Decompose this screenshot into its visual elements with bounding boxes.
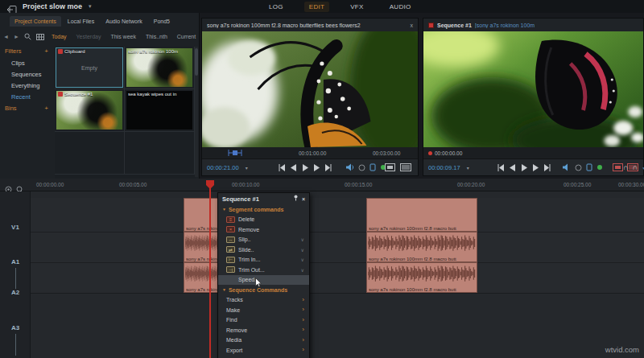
clip-sync-icon[interactable] bbox=[369, 163, 376, 171]
sequence-marks-bar[interactable]: 00:00:00.00 bbox=[423, 147, 643, 158]
menu-item-delete[interactable]: ≡ Delete bbox=[218, 215, 309, 225]
forward-icon[interactable]: ► bbox=[14, 34, 19, 39]
view-grid-icon[interactable] bbox=[36, 29, 44, 43]
go-start-icon[interactable] bbox=[497, 164, 505, 171]
segment-commands-header[interactable]: ▼ Segment commands bbox=[218, 204, 309, 215]
menu-item-label: Remove bbox=[226, 327, 247, 333]
tab-audio[interactable]: AUDIO bbox=[385, 2, 416, 12]
sidebar-item-everything[interactable]: Everything bbox=[0, 80, 53, 91]
menu-item-remove-seq[interactable]: Remove› bbox=[218, 325, 309, 335]
filter-this-week[interactable]: This week bbox=[108, 33, 138, 40]
tile-sea-kayak[interactable]: sea kayak wipes out in bbox=[126, 91, 192, 130]
tab-project-contents[interactable]: Project Contents bbox=[10, 16, 61, 27]
sidebar-item-clips[interactable]: Clips bbox=[0, 57, 53, 68]
track-label-a3[interactable]: A3 bbox=[0, 324, 31, 331]
tile-sony-clip[interactable]: sony a7s rokinon 100m bbox=[126, 48, 192, 87]
go-end-icon[interactable] bbox=[543, 164, 551, 171]
menu-item-remove[interactable]: × Remove bbox=[218, 224, 309, 235]
clip-label: sony a7s rokinon 100mm f2.8 macro butt bbox=[369, 257, 476, 261]
audio-clip[interactable]: sony a7s rokinon 100mm f2.8 macro butt bbox=[184, 262, 219, 293]
clip-marker-icon bbox=[58, 92, 63, 97]
source-marks-bar[interactable]: 00:01:00.00 00:03:00.00 bbox=[202, 147, 418, 158]
source-timecode[interactable]: 00:00:21.00 bbox=[207, 164, 239, 171]
filter-this-month[interactable]: This..nth bbox=[143, 33, 170, 40]
timecode-caret-icon[interactable]: ▾ bbox=[467, 165, 469, 171]
sequence-commands-header[interactable]: ▼ Sequence Commands bbox=[218, 285, 309, 295]
project-menu-caret[interactable]: ▾ bbox=[89, 3, 92, 10]
menu-item-find[interactable]: Find› bbox=[218, 315, 309, 326]
waveform bbox=[185, 265, 217, 282]
waveform bbox=[368, 234, 476, 252]
video-clip[interactable]: sony a7s rokinon 100mm f2.8 macro butt bbox=[366, 198, 477, 232]
back-icon[interactable]: ◄ bbox=[3, 34, 9, 39]
speaker-icon[interactable] bbox=[345, 163, 354, 171]
sidebar-item-recent[interactable]: Recent bbox=[0, 91, 53, 102]
source-title-bar: sony a7s rokinon 100mm f2.8 macro butter… bbox=[202, 19, 418, 31]
timeline-commands-header[interactable]: ▼ Timeline Commands bbox=[218, 356, 309, 358]
filter-today[interactable]: Today bbox=[49, 33, 69, 40]
add-bin-button[interactable]: + bbox=[44, 105, 48, 112]
record-monitor-icon[interactable] bbox=[613, 163, 623, 171]
go-start-icon[interactable] bbox=[279, 164, 286, 171]
menu-item-speed[interactable]: Speed... bbox=[218, 275, 309, 286]
menu-item-media[interactable]: Media› bbox=[218, 335, 309, 346]
filter-current[interactable]: Current bbox=[175, 33, 198, 40]
headphone-right-icon[interactable]: ∩ bbox=[633, 163, 638, 171]
sequence-video-area[interactable] bbox=[423, 31, 643, 147]
menu-item-slip[interactable]: ↔ Slip.. ∨ bbox=[218, 235, 309, 245]
track-label-v1[interactable]: V1 bbox=[0, 224, 31, 231]
step-back-icon[interactable] bbox=[291, 164, 297, 171]
add-filter-button[interactable]: + bbox=[44, 47, 48, 55]
tab-local-files[interactable]: Local Files bbox=[63, 16, 99, 27]
loop-icon[interactable] bbox=[575, 164, 582, 171]
close-menu-icon[interactable]: × bbox=[302, 196, 305, 202]
video-clip[interactable]: sony a7s rokinon 100mm f2.8 macro butt bbox=[184, 198, 219, 232]
tab-pond5[interactable]: Pond5 bbox=[149, 16, 175, 27]
timeline-ruler[interactable]: 00:00:00.00 00:00:05.00 00:00:10.00 00:0… bbox=[0, 179, 644, 191]
scrollbar-thumb[interactable] bbox=[195, 48, 198, 76]
menu-item-trim-in[interactable]: ⊢ Trim In... ∨ bbox=[218, 255, 309, 265]
headphone-left-icon[interactable]: ∩ bbox=[623, 163, 628, 171]
close-source-icon[interactable]: x bbox=[411, 23, 414, 28]
speaker-icon[interactable] bbox=[562, 163, 571, 171]
pin-icon[interactable] bbox=[293, 195, 299, 203]
playhead-line[interactable] bbox=[209, 180, 211, 358]
tile-sequence-1[interactable]: Sequence #1 bbox=[56, 91, 122, 130]
fullscreen-icon[interactable] bbox=[385, 163, 395, 171]
source-video-area[interactable] bbox=[202, 31, 418, 147]
menu-item-tracks[interactable]: Tracks› bbox=[218, 295, 309, 306]
menu-item-slide[interactable]: ⇄ Slide.. ∨ bbox=[218, 245, 309, 255]
menu-item-trim-out[interactable]: ⊣ Trim Out... ∨ bbox=[218, 265, 309, 275]
menu-item-export[interactable]: Export› bbox=[218, 345, 309, 356]
go-end-icon[interactable] bbox=[324, 164, 332, 171]
submenu-chevron-icon: › bbox=[302, 307, 304, 313]
tab-vfx[interactable]: VFX bbox=[345, 2, 368, 12]
timecode-caret-icon[interactable]: ▾ bbox=[246, 165, 248, 171]
tile-clipboard[interactable]: Clipboard Empty bbox=[56, 48, 122, 87]
search-icon[interactable] bbox=[24, 29, 31, 43]
loop-icon[interactable] bbox=[358, 164, 365, 171]
sidebar-item-sequences[interactable]: Sequences bbox=[0, 68, 53, 80]
bin-scrollbar[interactable] bbox=[195, 47, 198, 177]
ruler-label: 00:00:00.00 bbox=[36, 182, 64, 187]
step-forward-icon[interactable] bbox=[532, 164, 539, 171]
audio-clip[interactable]: sony a7s rokinon 100mm f2.8 macro butt bbox=[366, 232, 477, 262]
tab-log[interactable]: LOG bbox=[264, 2, 288, 12]
track-label-a1[interactable]: A1 bbox=[0, 258, 31, 265]
step-forward-icon[interactable] bbox=[313, 164, 320, 171]
clip-sync-icon[interactable] bbox=[586, 163, 592, 171]
audio-clip[interactable]: sony a7s rokinon 100mm f2.8 macro butt bbox=[366, 262, 477, 293]
play-icon[interactable] bbox=[302, 164, 308, 171]
bin-toolbar: ◄ ► Today Yesterday This week This..nth … bbox=[3, 31, 198, 42]
spacer bbox=[226, 277, 235, 283]
track-label-a2[interactable]: A2 bbox=[0, 289, 31, 296]
audio-clip[interactable]: sony a7s rokinon 100mm f2.8 macro butt bbox=[184, 232, 219, 262]
menu-item-make[interactable]: Make› bbox=[218, 305, 309, 315]
play-icon[interactable] bbox=[521, 164, 527, 171]
sequence-timecode[interactable]: 00:00:09.17 bbox=[428, 164, 460, 171]
tab-audio-network[interactable]: Audio Network bbox=[101, 16, 147, 27]
filter-yesterday[interactable]: Yesterday bbox=[74, 33, 104, 40]
tab-edit[interactable]: EDIT bbox=[304, 2, 329, 12]
settings-strip-icon[interactable] bbox=[400, 163, 411, 171]
step-back-icon[interactable] bbox=[510, 164, 516, 171]
